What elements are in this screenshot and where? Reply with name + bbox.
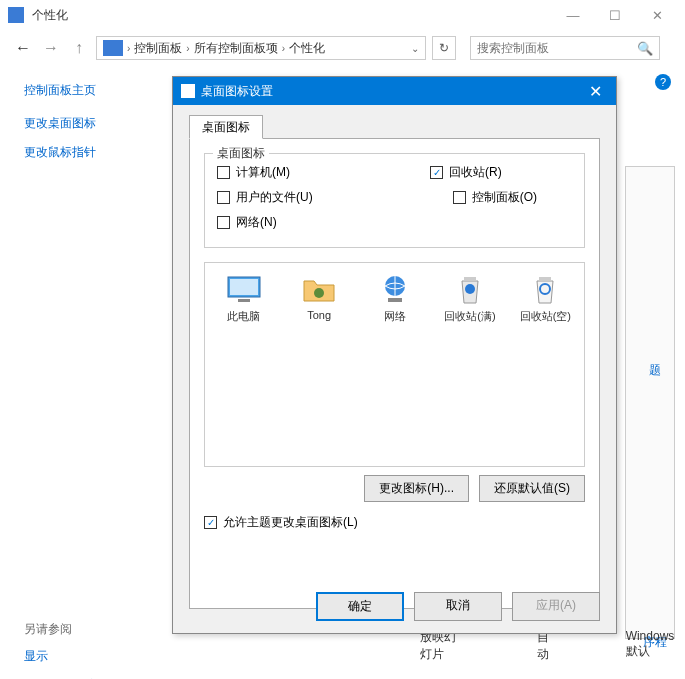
search-icon[interactable]: 🔍 bbox=[637, 41, 653, 56]
svg-rect-2 bbox=[238, 299, 250, 302]
forward-button[interactable]: → bbox=[40, 37, 62, 59]
checkbox-computer[interactable]: 计算机(M) bbox=[217, 164, 290, 181]
dialog-title: 桌面图标设置 bbox=[201, 83, 273, 100]
checkbox-allow-theme[interactable]: ✓ 允许主题更改桌面图标(L) bbox=[204, 514, 585, 531]
recycle-bin-empty-icon bbox=[527, 273, 563, 305]
app-icon bbox=[8, 7, 24, 23]
back-button[interactable]: ← bbox=[12, 37, 34, 59]
icon-item-user-folder[interactable]: Tong bbox=[290, 273, 347, 321]
svg-point-6 bbox=[465, 284, 475, 294]
change-icon-button[interactable]: 更改图标(H)... bbox=[364, 475, 469, 502]
see-also-display[interactable]: 显示 bbox=[24, 648, 160, 665]
recycle-bin-full-icon bbox=[452, 273, 488, 305]
computer-icon bbox=[226, 273, 262, 305]
see-also-label: 另请参阅 bbox=[24, 621, 160, 638]
breadcrumb[interactable]: › 控制面板 › 所有控制面板项 › 个性化 ⌄ bbox=[96, 36, 426, 60]
group-legend: 桌面图标 bbox=[213, 145, 269, 162]
svg-rect-9 bbox=[539, 277, 551, 281]
apply-button[interactable]: 应用(A) bbox=[512, 592, 600, 621]
close-button[interactable]: ✕ bbox=[637, 3, 677, 27]
bg-label: 自动 bbox=[537, 629, 556, 663]
svg-rect-1 bbox=[230, 279, 258, 295]
window-title: 个性化 bbox=[32, 7, 553, 24]
svg-rect-7 bbox=[464, 277, 476, 281]
sidebar-link-change-desktop-icon[interactable]: 更改桌面图标 bbox=[24, 115, 160, 132]
search-input[interactable] bbox=[477, 41, 637, 55]
cancel-button[interactable]: 取消 bbox=[414, 592, 502, 621]
globe-icon bbox=[377, 273, 413, 305]
maximize-button[interactable]: ☐ bbox=[595, 3, 635, 27]
icon-item-recycle-empty[interactable]: 回收站(空) bbox=[517, 273, 574, 324]
bg-label: Windows 默认 bbox=[626, 629, 685, 663]
icon-preview-list[interactable]: 此电脑 Tong 网络 bbox=[204, 262, 585, 467]
svg-point-3 bbox=[314, 288, 324, 298]
icon-item-this-pc[interactable]: 此电脑 bbox=[215, 273, 272, 324]
dialog-icon bbox=[181, 84, 195, 98]
bg-label: 放映幻灯片 bbox=[420, 629, 467, 663]
breadcrumb-item[interactable]: 个性化 bbox=[289, 40, 325, 57]
desktop-icon-settings-dialog: 桌面图标设置 ✕ 桌面图标 桌面图标 计算机(M) ✓ 回收站(R) bbox=[172, 76, 617, 634]
minimize-button[interactable]: — bbox=[553, 3, 593, 27]
checkbox-recycle-bin[interactable]: ✓ 回收站(R) bbox=[430, 164, 502, 181]
folder-icon bbox=[301, 273, 337, 305]
background-panel bbox=[625, 166, 675, 639]
breadcrumb-item[interactable]: 所有控制面板项 bbox=[194, 40, 278, 57]
icon-item-network[interactable]: 网络 bbox=[366, 273, 423, 324]
bg-text: 题 bbox=[649, 362, 661, 379]
chevron-down-icon[interactable]: ⌄ bbox=[411, 43, 419, 54]
dialog-close-button[interactable]: ✕ bbox=[583, 82, 608, 101]
address-icon bbox=[103, 40, 123, 56]
checkbox-network[interactable]: 网络(N) bbox=[217, 214, 277, 231]
help-icon[interactable]: ? bbox=[655, 74, 671, 90]
ok-button[interactable]: 确定 bbox=[316, 592, 404, 621]
breadcrumb-item[interactable]: 控制面板 bbox=[134, 40, 182, 57]
up-button[interactable]: ↑ bbox=[68, 37, 90, 59]
sidebar-home[interactable]: 控制面板主页 bbox=[24, 82, 160, 99]
icon-item-recycle-full[interactable]: 回收站(满) bbox=[441, 273, 498, 324]
svg-rect-5 bbox=[388, 298, 402, 302]
checkbox-control-panel[interactable]: 控制面板(O) bbox=[453, 189, 537, 206]
sidebar-link-change-mouse-pointer[interactable]: 更改鼠标指针 bbox=[24, 144, 160, 161]
search-box[interactable]: 🔍 bbox=[470, 36, 660, 60]
tab-desktop-icons[interactable]: 桌面图标 bbox=[189, 115, 263, 139]
restore-defaults-button[interactable]: 还原默认值(S) bbox=[479, 475, 585, 502]
refresh-button[interactable]: ↻ bbox=[432, 36, 456, 60]
checkbox-user-files[interactable]: 用户的文件(U) bbox=[217, 189, 313, 206]
